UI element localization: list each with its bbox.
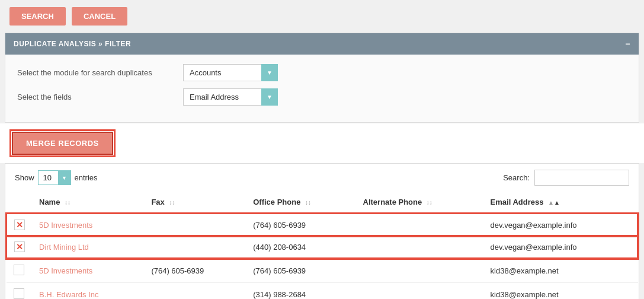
table-row: ✕5D Investments(764) 605-6939dev.vegan@e…: [7, 214, 638, 236]
name-link[interactable]: 5D Investments: [39, 266, 92, 275]
header-checkbox-cell: [7, 192, 33, 214]
header-email[interactable]: Email Address ▲: [483, 192, 638, 214]
module-select-wrapper: Accounts Contacts Leads: [183, 64, 278, 81]
row-alternate-phone: [356, 214, 483, 236]
checkbox-unchecked[interactable]: [14, 265, 24, 275]
search-input[interactable]: [534, 170, 629, 186]
fields-filter-label: Select the fields: [17, 93, 183, 101]
show-label: Show: [15, 173, 34, 182]
top-bar: SEARCH CANCEL: [0, 0, 644, 33]
entries-label: entries: [75, 173, 98, 182]
checkbox-unchecked[interactable]: [14, 288, 24, 299]
row-name[interactable]: 5D Investments: [32, 214, 144, 236]
table-row: B.H. Edwards Inc(314) 988-2684kid38@exam…: [7, 283, 638, 300]
check-x-icon: ✕: [16, 220, 23, 230]
panel-body: Select the module for search duplicates …: [5, 55, 639, 122]
row-checkbox-cell[interactable]: [7, 259, 33, 283]
header-alternate-phone[interactable]: Alternate Phone ↕: [356, 192, 483, 214]
cancel-button[interactable]: CANCEL: [72, 7, 127, 26]
fields-select[interactable]: Email Address Name Phone: [183, 88, 278, 106]
header-name[interactable]: Name ↕: [32, 192, 144, 214]
row-office-phone: (764) 605-6939: [246, 214, 355, 236]
table-controls: Show 10 25 50 100 entries Search:: [5, 164, 639, 192]
search-box: Search:: [503, 170, 629, 186]
panel-title: DUPLICATE ANALYSIS » FILTER: [14, 40, 131, 48]
row-fax: [144, 236, 246, 259]
merge-records-button[interactable]: MERGE RECORDS: [12, 132, 113, 155]
row-fax: [144, 214, 246, 236]
row-email: dev.vegan@example.info: [483, 236, 638, 259]
header-fax[interactable]: Fax ↕: [144, 192, 246, 214]
fields-filter-row: Select the fields Email Address Name Pho…: [17, 88, 627, 106]
module-select[interactable]: Accounts Contacts Leads: [183, 64, 278, 81]
show-entries: Show 10 25 50 100 entries: [15, 170, 98, 185]
row-alternate-phone: [356, 236, 483, 259]
name-link[interactable]: Dirt Mining Ltd: [39, 243, 89, 252]
search-button[interactable]: SEARCH: [9, 7, 66, 26]
office-phone-sort-icon: ↕: [305, 199, 311, 206]
entries-select[interactable]: 10 25 50 100: [38, 170, 71, 185]
panel-header: DUPLICATE ANALYSIS » FILTER −: [5, 33, 639, 55]
checkbox-checked[interactable]: ✕: [14, 220, 25, 230]
row-name[interactable]: Dirt Mining Ltd: [32, 236, 144, 259]
email-sort-icon: ▲: [548, 199, 560, 206]
table-body: ✕5D Investments(764) 605-6939dev.vegan@e…: [7, 214, 638, 300]
row-office-phone: (440) 208-0634: [246, 236, 355, 259]
name-link[interactable]: 5D Investments: [39, 221, 92, 230]
filter-panel: DUPLICATE ANALYSIS » FILTER − Select the…: [5, 33, 639, 123]
name-sort-icon: ↕: [65, 199, 71, 206]
row-fax: (764) 605-6939: [144, 259, 246, 283]
row-fax: [144, 283, 246, 300]
table-header-row: Name ↕ Fax ↕ Office Phone ↕ Alternate Ph…: [7, 192, 638, 214]
row-email: kid38@example.net: [483, 259, 638, 283]
table-row: ✕Dirt Mining Ltd(440) 208-0634dev.vegan@…: [7, 236, 638, 259]
module-filter-label: Select the module for search duplicates: [17, 68, 183, 77]
checkbox-checked[interactable]: ✕: [14, 241, 25, 252]
row-name[interactable]: 5D Investments: [32, 259, 144, 283]
row-email: dev.vegan@example.info: [483, 214, 638, 236]
module-filter-row: Select the module for search duplicates …: [17, 64, 627, 81]
row-checkbox-cell[interactable]: ✕: [7, 236, 33, 259]
row-alternate-phone: [356, 283, 483, 300]
entries-select-wrapper: 10 25 50 100: [38, 170, 71, 185]
table-container: Show 10 25 50 100 entries Search: Name ↕: [5, 163, 639, 299]
row-email: kid38@example.net: [483, 283, 638, 300]
header-office-phone[interactable]: Office Phone ↕: [246, 192, 355, 214]
search-label: Search:: [503, 173, 530, 182]
merge-section: MERGE RECORDS: [0, 123, 644, 163]
table-row: 5D Investments(764) 605-6939(764) 605-69…: [7, 259, 638, 283]
check-x-icon: ✕: [16, 242, 23, 252]
alternate-phone-sort-icon: ↕: [427, 199, 432, 206]
row-checkbox-cell[interactable]: ✕: [7, 214, 33, 236]
minimize-button[interactable]: −: [625, 39, 630, 49]
row-office-phone: (314) 988-2684: [246, 283, 355, 300]
row-office-phone: (764) 605-6939: [246, 259, 355, 283]
data-table: Name ↕ Fax ↕ Office Phone ↕ Alternate Ph…: [5, 192, 639, 299]
fields-select-wrapper: Email Address Name Phone: [183, 88, 278, 106]
row-alternate-phone: [356, 259, 483, 283]
row-checkbox-cell[interactable]: [7, 283, 33, 300]
fax-sort-icon: ↕: [169, 199, 175, 206]
name-link[interactable]: B.H. Edwards Inc: [39, 290, 98, 299]
row-name[interactable]: B.H. Edwards Inc: [32, 283, 144, 300]
